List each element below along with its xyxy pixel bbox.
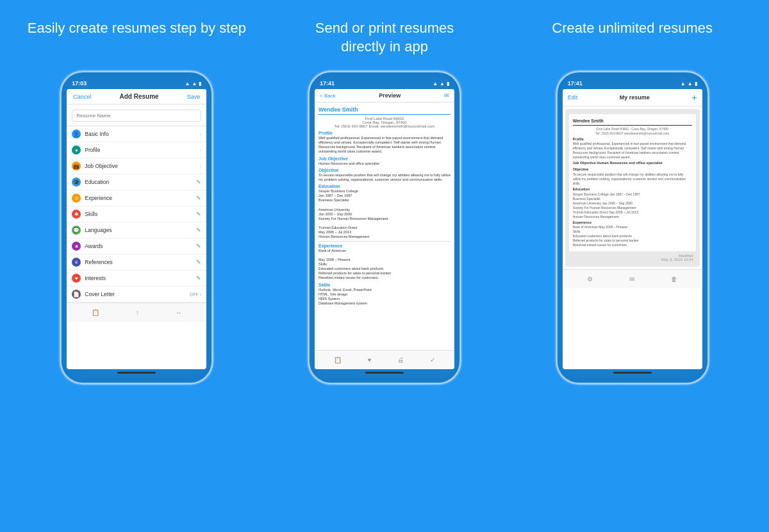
phone-frame-1: 17:03 ▲ ▲ ▮ Cancel Add Resume Save [60,71,213,385]
bottom-icon-2b[interactable]: ♥ [368,356,372,363]
profile-label: Profile [85,147,195,153]
preview-title: Preview [379,92,401,99]
feature-panel-2: Send or print resumesdirectly in app 17:… [267,13,502,519]
menu-awards[interactable]: ★ Awards ✎ [67,238,206,254]
panel3-title: Create unlimited resumes [552,19,713,58]
mini-education-text-3: Strayer Business College Jan 1987 – Dec … [573,192,692,219]
mail-icon[interactable]: ✉ [444,92,449,99]
menu-basic-info[interactable]: 👤 Basic Info › [67,126,206,142]
screen3-header: Edit My resume + [563,89,702,106]
mini-job-label-3: Job Objective Human Resources and office… [573,161,692,166]
modified-text-3: ModifiedMay 3, 2018 16:54 [569,254,696,262]
profile-chevron: › [200,147,202,153]
skills-section-title-2: Skills [318,283,451,287]
menu-interests[interactable]: ♥ Interests ✎ [67,270,206,287]
add-resume-plus-button[interactable]: + [691,92,697,103]
resume-contact-2: First Lake Road 83902Coos Bay, Oregon, 9… [318,117,451,128]
battery-icon-2: ▮ [447,81,449,87]
back-button[interactable]: < Back [320,93,336,99]
references-label: References [85,259,192,265]
phone-notch-2: 17:41 ▲ ▲ ▮ [315,80,454,89]
bottom-icon-2a[interactable]: 📋 [334,356,342,363]
phone-notch-1: 17:03 ▲ ▲ ▮ [67,80,206,89]
my-resume-title: My resume [620,94,650,101]
menu-education[interactable]: 🎓 Education ✎ [67,174,206,190]
mini-resume-name-3: Wendee Smith [573,118,692,126]
bottom-icon-3c[interactable]: 🗑 [671,276,677,283]
mini-profile-label-3: Profile [573,137,692,142]
feature-panel-1: Easily create resumes step by step 17:03… [19,13,254,519]
basic-info-icon: 👤 [72,129,81,138]
phone-time-3: 17:41 [568,80,583,87]
bottom-icon-1c[interactable]: ↔ [176,309,182,316]
home-indicator-3 [613,372,652,374]
skills-text-2: Outlook, Word, Excel, PowerPointHTML, Si… [318,288,451,306]
objective-text-2: To secure responsible position that will… [318,173,451,182]
bottom-bar-2: 📋 ♥ 🖨 ✓ [315,350,454,369]
panel2-title: Send or print resumesdirectly in app [315,19,454,58]
panel1-title: Easily create resumes step by step [28,19,246,58]
bottom-icon-3a[interactable]: ⚙ [587,276,593,283]
experience-check: ✎ [196,195,201,201]
education-icon: 🎓 [72,178,81,187]
menu-skills[interactable]: ✱ Skills ✎ [67,206,206,222]
phone-status-icons-2: ▲ ▲ ▮ [433,81,449,87]
experience-section-title-2: Experience [318,244,451,248]
menu-job-objective[interactable]: 💼 Job Objective › [67,158,206,174]
resume-mini-3: Wendee Smith First Lake Road 83902 · Coo… [569,114,696,251]
bottom-icon-2c[interactable]: 🖨 [397,356,404,363]
main-container: Easily create resumes step by step 17:03… [0,0,769,532]
resume-preview-2: Wendee Smith First Lake Road 83902Coos B… [315,103,454,350]
education-section-title-2: Education [318,184,451,188]
languages-label: Languages [85,227,192,233]
phone-frame-2: 17:41 ▲ ▲ ▮ < Back Preview ✉ Wendee Smit… [308,71,461,385]
signal-icon-2: ▲ [433,81,438,87]
battery-icon-1: ▮ [199,81,201,87]
signal-icon-3: ▲ [681,81,686,87]
menu-cover-letter[interactable]: 📄 Cover Letter OFF › [67,287,206,303]
edit-button[interactable]: Edit [568,94,578,101]
experience-label: Experience [85,195,192,201]
resume-name-input-row [67,104,206,126]
bottom-icon-2d[interactable]: ✓ [430,356,435,363]
menu-languages[interactable]: 💬 Languages ✎ [67,222,206,238]
resume-name-input[interactable] [72,110,201,122]
bottom-icon-1b[interactable]: ↑ [136,309,139,316]
cover-letter-icon: 📄 [72,290,81,299]
mini-objective-text-3: To secure responsible position that will… [573,172,692,186]
bottom-icon-3b[interactable]: ✉ [629,276,634,283]
bottom-icon-1a[interactable]: 📋 [92,309,99,316]
education-check: ✎ [196,179,201,185]
save-button[interactable]: Save [187,94,201,100]
basic-info-label: Basic Info [85,131,195,137]
cover-letter-label: Cover Letter [85,291,186,297]
profile-icon: ● [72,145,81,154]
interests-icon: ♥ [72,274,81,283]
menu-profile[interactable]: ● Profile › [67,142,206,158]
mini-profile-text-3: Well qualified professional. Experienced… [573,142,692,160]
menu-references[interactable]: ≡ References ✎ [67,254,206,270]
home-indicator-2 [365,372,404,374]
mini-education-label-3: Education [573,187,692,192]
menu-experience[interactable]: ⊙ Experience ✎ [67,190,206,206]
wifi-icon-1: ▲ [192,81,197,87]
battery-icon-3: ▮ [695,81,697,87]
references-check: ✎ [196,259,201,265]
cancel-button[interactable]: Cancel [73,94,91,100]
wifi-icon-3: ▲ [688,81,693,87]
feature-panel-3: Create unlimited resumes 17:41 ▲ ▲ ▮ Edi… [515,13,750,519]
screen1-header: Cancel Add Resume Save [67,89,206,104]
phone-screen-1: Cancel Add Resume Save 👤 Basic Info › ● … [67,89,206,369]
job-objective-label: Job Objective [85,163,195,169]
wifi-icon-2: ▲ [440,81,445,87]
awards-label: Awards [85,243,192,249]
skills-icon: ✱ [72,210,81,219]
experience-icon: ⊙ [72,194,81,203]
job-objective-icon: 💼 [72,162,81,170]
home-indicator-1 [117,372,156,374]
phone-time-2: 17:41 [320,80,335,87]
phone-screen-3: Edit My resume + Wendee Smith First Lake… [563,89,702,369]
languages-icon: 💬 [72,226,81,235]
phone-notch-3: 17:41 ▲ ▲ ▮ [563,80,702,89]
experience-text-2: Bank of AmericanMay 2008 – PresentSkills… [318,249,451,281]
